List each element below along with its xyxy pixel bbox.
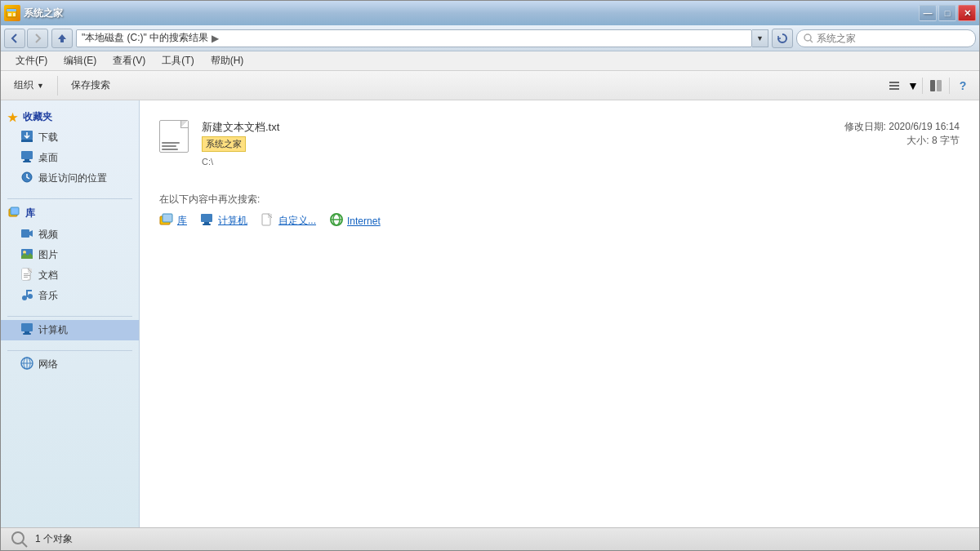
list-view-icon bbox=[888, 79, 901, 92]
menu-edit[interactable]: 编辑(E) bbox=[56, 52, 105, 69]
computer-search-icon bbox=[200, 213, 215, 229]
sidebar-item-downloads[interactable]: 下载 bbox=[1, 127, 139, 148]
menu-file[interactable]: 文件(F) bbox=[7, 52, 56, 69]
txt-icon-lines bbox=[162, 142, 186, 150]
libraries-label: 库 bbox=[25, 207, 35, 220]
sidebar-section-computer: 计算机 bbox=[1, 320, 139, 340]
search-option-library[interactable]: 库 bbox=[159, 213, 187, 229]
svg-rect-6 bbox=[889, 82, 899, 83]
search-input[interactable] bbox=[817, 33, 969, 44]
svg-point-4 bbox=[804, 34, 811, 41]
save-search-button[interactable]: 保存搜索 bbox=[65, 75, 117, 96]
desktop-label: 桌面 bbox=[38, 151, 58, 165]
documents-label: 文档 bbox=[38, 269, 58, 282]
svg-rect-1 bbox=[7, 9, 16, 11]
pictures-label: 图片 bbox=[38, 248, 58, 262]
sidebar-divider-1 bbox=[7, 198, 132, 199]
search-again-title: 在以下内容中再次搜索: bbox=[159, 193, 960, 207]
dropdown-arrow-icon: ▼ bbox=[756, 34, 764, 42]
network-label: 网络 bbox=[38, 358, 58, 371]
up-button[interactable] bbox=[51, 29, 73, 48]
library-search-label: 库 bbox=[177, 214, 187, 228]
size-value: 8 字节 bbox=[932, 135, 960, 146]
svg-rect-12 bbox=[21, 140, 33, 142]
nav-buttons bbox=[4, 29, 48, 48]
view-mode-button-1[interactable] bbox=[884, 76, 904, 96]
address-dropdown[interactable]: ▼ bbox=[752, 29, 768, 47]
sidebar-item-computer[interactable]: 计算机 bbox=[1, 320, 139, 340]
svg-rect-2 bbox=[8, 13, 11, 16]
main-content: ★ 收藏夹 下载 bbox=[1, 100, 979, 527]
sidebar-section-favorites: ★ 收藏夹 下载 bbox=[1, 107, 139, 189]
recent-label: 最近访问的位置 bbox=[38, 171, 107, 185]
svg-rect-25 bbox=[24, 275, 30, 276]
sidebar-item-recent[interactable]: 最近访问的位置 bbox=[1, 168, 139, 189]
documents-icon bbox=[20, 268, 33, 283]
path-separator: ▶ bbox=[212, 33, 219, 44]
organize-dropdown-icon: ▼ bbox=[37, 82, 44, 90]
search-icon bbox=[804, 33, 813, 43]
status-text: 1 个对象 bbox=[35, 532, 73, 546]
pictures-icon bbox=[20, 247, 33, 263]
toolbar-separator bbox=[57, 76, 58, 96]
size-label: 大小: bbox=[906, 135, 929, 146]
main-window: 系统之家 — □ ✕ bbox=[0, 0, 980, 551]
sidebar-item-videos[interactable]: 视频 bbox=[1, 224, 139, 245]
toolbar-right: ▼ ? bbox=[884, 76, 973, 96]
organize-button[interactable]: 组织 ▼ bbox=[7, 75, 51, 96]
refresh-button[interactable] bbox=[772, 29, 793, 48]
txt-line-1 bbox=[162, 142, 180, 144]
recent-icon bbox=[20, 171, 33, 186]
sidebar-section-network: 网络 bbox=[1, 354, 139, 375]
minimize-button[interactable]: — bbox=[919, 5, 937, 21]
back-button[interactable] bbox=[4, 29, 25, 48]
sidebar-item-pictures[interactable]: 图片 bbox=[1, 245, 139, 265]
sidebar-header-libraries[interactable]: 库 bbox=[1, 202, 139, 224]
view-mode-dropdown[interactable]: ▼ bbox=[907, 76, 919, 96]
save-search-label: 保存搜索 bbox=[71, 78, 110, 92]
svg-rect-9 bbox=[930, 80, 935, 91]
close-button[interactable]: ✕ bbox=[958, 5, 976, 21]
search-option-internet[interactable]: Internet bbox=[329, 213, 381, 229]
computer-icon bbox=[20, 322, 33, 338]
toolbar-separator-3 bbox=[949, 78, 950, 94]
sidebar-item-desktop[interactable]: 桌面 bbox=[1, 148, 139, 168]
internet-search-icon bbox=[329, 213, 344, 229]
help-button[interactable]: ? bbox=[953, 76, 973, 96]
file-size: 大小: 8 字节 bbox=[844, 134, 960, 148]
svg-line-48 bbox=[22, 542, 27, 547]
svg-rect-13 bbox=[21, 151, 33, 159]
address-path[interactable]: "本地磁盘 (C:)" 中的搜索结果 ▶ bbox=[76, 29, 752, 47]
file-item[interactable]: 新建文本文档.txt 系统之家 C:\ 修改日期: 2020/6/19 16:1… bbox=[153, 113, 966, 173]
sidebar-item-network[interactable]: 网络 bbox=[1, 354, 139, 375]
forward-button[interactable] bbox=[27, 29, 48, 48]
sidebar-item-documents[interactable]: 文档 bbox=[1, 265, 139, 286]
svg-rect-15 bbox=[23, 161, 31, 162]
file-info: 新建文本文档.txt 系统之家 C:\ bbox=[202, 120, 835, 167]
svg-rect-31 bbox=[21, 323, 33, 331]
organize-label: 组织 bbox=[14, 78, 33, 92]
menu-help[interactable]: 帮助(H) bbox=[203, 52, 252, 69]
svg-rect-39 bbox=[163, 214, 172, 222]
sidebar-item-music[interactable]: 音乐 bbox=[1, 286, 139, 306]
svg-rect-19 bbox=[21, 229, 29, 238]
search-again-section: 在以下内容中再次搜索: 库 bbox=[153, 186, 966, 235]
sidebar-header-favorites[interactable]: ★ 收藏夹 bbox=[1, 107, 139, 127]
preview-pane-button[interactable] bbox=[926, 76, 946, 96]
file-icon bbox=[159, 120, 192, 153]
custom-search-label: 自定义... bbox=[278, 214, 316, 228]
search-option-computer[interactable]: 计算机 bbox=[200, 213, 247, 229]
modified-value: 2020/6/19 16:14 bbox=[889, 121, 960, 132]
search-box[interactable] bbox=[796, 29, 976, 47]
file-modified: 修改日期: 2020/6/19 16:14 bbox=[844, 120, 960, 134]
svg-rect-3 bbox=[13, 13, 16, 16]
title-bar-controls: — □ ✕ bbox=[919, 5, 976, 21]
maximize-button[interactable]: □ bbox=[938, 5, 956, 21]
menu-tools[interactable]: 工具(T) bbox=[154, 52, 202, 69]
music-icon bbox=[20, 288, 33, 304]
txt-file-icon bbox=[159, 120, 189, 153]
menu-view[interactable]: 查看(V) bbox=[105, 52, 154, 69]
preview-pane-icon bbox=[929, 79, 942, 92]
search-option-custom[interactable]: 自定义... bbox=[261, 213, 316, 229]
address-bar: "本地磁盘 (C:)" 中的搜索结果 ▶ ▼ bbox=[1, 25, 979, 51]
